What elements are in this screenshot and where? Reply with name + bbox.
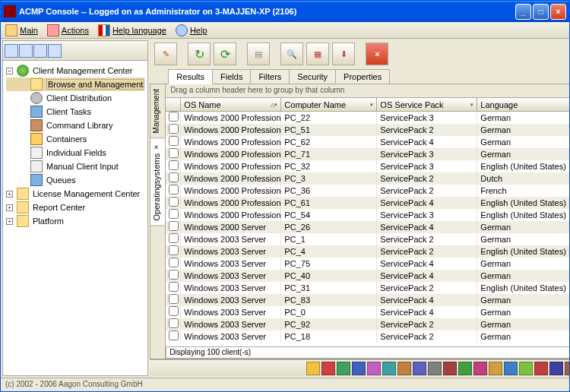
collapse-icon[interactable]: − bbox=[6, 68, 13, 74]
tree-license-mgmt[interactable]: +License Management Center bbox=[6, 187, 144, 201]
table-row[interactable]: Windows 2000 ProfessionalPC_62ServicePac… bbox=[166, 136, 570, 148]
sidebar-tool-1[interactable] bbox=[5, 44, 18, 58]
vtab-operatingsystems[interactable]: Operatingsystems × bbox=[150, 138, 165, 226]
table-row[interactable]: Windows 2003 ServerPC_31ServicePack 2Eng… bbox=[166, 282, 570, 294]
bottom-tool-8[interactable] bbox=[428, 362, 442, 375]
row-checkbox[interactable] bbox=[166, 197, 181, 209]
row-checkbox[interactable] bbox=[166, 258, 181, 270]
vtab-management[interactable]: Management bbox=[150, 84, 165, 138]
header-computer[interactable]: Computer Name▾ bbox=[281, 98, 377, 111]
expand-icon[interactable]: + bbox=[6, 191, 13, 198]
table-row[interactable]: Windows 2000 ServerPC_26ServicePack 4Ger… bbox=[166, 221, 570, 233]
row-checkbox[interactable] bbox=[166, 185, 181, 197]
bottom-tool-2[interactable] bbox=[337, 362, 350, 375]
table-row[interactable]: Windows 2003 ServerPC_92ServicePack 2Ger… bbox=[166, 318, 570, 330]
tree-containers[interactable]: Containers bbox=[6, 132, 144, 146]
bottom-tool-7[interactable] bbox=[413, 362, 426, 375]
row-checkbox[interactable] bbox=[166, 318, 181, 330]
sidebar-tool-4[interactable] bbox=[48, 44, 62, 58]
toolbar-close[interactable]: × bbox=[366, 43, 388, 65]
toolbar-refresh-all[interactable]: ⟳ bbox=[214, 43, 236, 65]
tree-individual-fields[interactable]: Individual Fields bbox=[6, 146, 144, 160]
table-row[interactable]: Windows 2000 ProfessionalPC_32ServicePac… bbox=[166, 160, 570, 172]
row-checkbox[interactable] bbox=[166, 124, 181, 136]
row-checkbox[interactable] bbox=[166, 209, 181, 221]
group-bar[interactable]: Drag a column header here to group by th… bbox=[166, 84, 570, 98]
close-button[interactable]: × bbox=[550, 4, 566, 20]
header-servicepack[interactable]: OS Service Pack▾ bbox=[377, 98, 477, 111]
row-checkbox[interactable] bbox=[166, 160, 181, 172]
bottom-tool-9[interactable] bbox=[443, 362, 457, 375]
bottom-tool-12[interactable] bbox=[489, 362, 502, 375]
bottom-tool-16[interactable] bbox=[549, 362, 563, 375]
table-row[interactable]: Windows 2003 ServerPC_75ServicePack 4Ger… bbox=[166, 258, 570, 270]
header-language[interactable]: Language▾ bbox=[477, 98, 570, 111]
toolbar-search[interactable]: 🔍 bbox=[280, 43, 303, 65]
expand-icon[interactable]: + bbox=[6, 204, 13, 211]
table-row[interactable]: Windows 2003 ServerPC_18ServicePack 2Ger… bbox=[166, 330, 570, 343]
row-checkbox[interactable] bbox=[166, 270, 181, 282]
row-checkbox[interactable] bbox=[166, 148, 181, 160]
tree-client-distrib[interactable]: Client Distribution bbox=[6, 91, 144, 105]
row-checkbox[interactable] bbox=[166, 172, 181, 185]
sidebar-tool-2[interactable] bbox=[19, 44, 33, 58]
tab-properties[interactable]: Properties bbox=[335, 69, 390, 84]
table-row[interactable]: Windows 2000 ProfessionalPC_54ServicePac… bbox=[166, 209, 570, 221]
table-row[interactable]: Windows 2003 ServerPC_83ServicePack 4Ger… bbox=[166, 294, 570, 306]
menu-actions[interactable]: Actions bbox=[47, 24, 89, 36]
table-row[interactable]: Windows 2000 ProfessionalPC_22ServicePac… bbox=[166, 112, 570, 124]
tree-platform[interactable]: +Platform bbox=[6, 214, 144, 228]
tree-queues[interactable]: Queues bbox=[6, 173, 144, 187]
bottom-tool-5[interactable] bbox=[382, 362, 396, 375]
tree-client-mgmt[interactable]: −Client Management Center bbox=[6, 64, 144, 77]
row-checkbox[interactable] bbox=[166, 233, 181, 245]
bottom-tool-13[interactable] bbox=[504, 362, 518, 375]
table-row[interactable]: Windows 2000 ProfessionalPC_36ServicePac… bbox=[166, 185, 570, 197]
tree-manual-input[interactable]: Manual Client Input bbox=[6, 160, 144, 173]
minimize-button[interactable]: _ bbox=[515, 4, 531, 20]
bottom-tool-15[interactable] bbox=[534, 362, 548, 375]
tab-fields[interactable]: Fields bbox=[212, 69, 251, 84]
row-checkbox[interactable] bbox=[166, 330, 181, 343]
bottom-tool-4[interactable] bbox=[367, 362, 381, 375]
bottom-tool-6[interactable] bbox=[397, 362, 411, 375]
row-checkbox[interactable] bbox=[166, 294, 181, 306]
menu-help[interactable]: Help bbox=[176, 24, 207, 36]
toolbar-refresh[interactable]: ↻ bbox=[188, 43, 211, 65]
table-row[interactable]: Windows 2003 ServerPC_4ServicePack 2Engl… bbox=[166, 245, 570, 258]
row-checkbox[interactable] bbox=[166, 306, 181, 318]
row-checkbox[interactable] bbox=[166, 221, 181, 233]
table-row[interactable]: Windows 2000 ProfessionalPC_71ServicePac… bbox=[166, 148, 570, 160]
table-row[interactable]: Windows 2000 ProfessionalPC_3ServicePack… bbox=[166, 172, 570, 185]
row-checkbox[interactable] bbox=[166, 245, 181, 258]
tree-cmd-library[interactable]: Command Library bbox=[6, 119, 144, 132]
table-row[interactable]: Windows 2003 ServerPC_1ServicePack 2Germ… bbox=[166, 233, 570, 245]
menu-help-language[interactable]: Help language bbox=[98, 24, 166, 36]
bottom-tool-17[interactable] bbox=[565, 362, 570, 375]
row-checkbox[interactable] bbox=[166, 112, 181, 124]
table-row[interactable]: Windows 2000 ProfessionalPC_51ServicePac… bbox=[166, 124, 570, 136]
tab-filters[interactable]: Filters bbox=[250, 69, 290, 84]
table-row[interactable]: Windows 2000 ProfessionalPC_61ServicePac… bbox=[166, 197, 570, 209]
header-checkbox[interactable] bbox=[166, 98, 181, 111]
sidebar-tool-3[interactable] bbox=[33, 44, 47, 58]
tab-security[interactable]: Security bbox=[289, 69, 336, 84]
toolbar-grid[interactable]: ▦ bbox=[306, 43, 329, 65]
toolbar-doc[interactable]: ▤ bbox=[247, 43, 270, 65]
table-row[interactable]: Windows 2003 ServerPC_0ServicePack 4Germ… bbox=[166, 306, 570, 318]
tree-client-tasks[interactable]: Client Tasks bbox=[6, 105, 144, 119]
tab-results[interactable]: Results bbox=[168, 69, 213, 84]
grid-body[interactable]: Windows 2000 ProfessionalPC_22ServicePac… bbox=[166, 112, 570, 346]
maximize-button[interactable]: □ bbox=[533, 4, 549, 20]
bottom-tool-0[interactable] bbox=[306, 362, 320, 375]
tree-browse-mgmt[interactable]: Browse and Management bbox=[6, 77, 144, 91]
row-checkbox[interactable] bbox=[166, 282, 181, 294]
bottom-tool-14[interactable] bbox=[519, 362, 533, 375]
menu-main[interactable]: Main bbox=[5, 24, 38, 36]
bottom-tool-11[interactable] bbox=[473, 362, 487, 375]
header-osname[interactable]: OS Name△▾ bbox=[181, 98, 281, 111]
toolbar-download[interactable]: ⬇ bbox=[332, 43, 355, 65]
row-checkbox[interactable] bbox=[166, 136, 181, 148]
expand-icon[interactable]: + bbox=[6, 218, 13, 225]
bottom-tool-1[interactable] bbox=[321, 362, 335, 375]
